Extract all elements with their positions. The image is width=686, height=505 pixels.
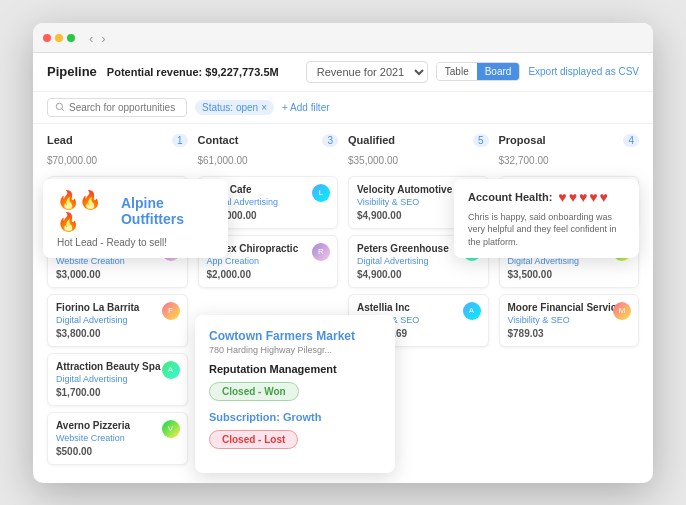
card-name: Attraction Beauty Spa <box>56 361 179 372</box>
avatar: M <box>613 302 631 320</box>
view-toggle: Table Board <box>436 62 521 81</box>
alpine-outfitters-tooltip: 🔥🔥🔥 Alpine Outfitters Hot Lead - Ready t… <box>43 179 228 258</box>
heart-icon: ♥ <box>569 189 577 205</box>
col-header-proposal: Proposal 4 <box>499 134 640 147</box>
status-filter-label: Status: open <box>202 102 258 113</box>
col-amount-contact: $61,000.00 <box>198 155 339 166</box>
card-amount: $4,900.00 <box>357 269 480 280</box>
revenue-select[interactable]: Revenue for 2021 <box>306 61 428 83</box>
browser-window: ‹ › Pipeline Potential revenue: $9,227,7… <box>33 23 653 483</box>
col-title-proposal: Proposal <box>499 134 546 146</box>
potential-revenue: Potential revenue: $9,227,773.5M <box>107 66 279 78</box>
card-service: Digital Advertising <box>56 315 179 325</box>
alpine-name: Alpine Outfitters <box>121 195 214 227</box>
cowtown-service1: Reputation Management <box>209 363 381 375</box>
cowtown-title: Cowtown Farmers Market <box>209 329 381 343</box>
avatar: A <box>162 361 180 379</box>
alpine-subtitle: Hot Lead - Ready to sell! <box>57 237 214 248</box>
forward-button[interactable]: › <box>99 31 107 46</box>
card-amount: $3,500.00 <box>508 269 631 280</box>
col-amount-lead: $70,000.00 <box>47 155 188 166</box>
remove-filter-button[interactable]: × <box>261 102 267 113</box>
filter-bar: Status: open × + Add filter <box>33 92 653 124</box>
tooltip-header: 🔥🔥🔥 Alpine Outfitters <box>57 189 214 233</box>
card-service: Digital Advertising <box>56 374 179 384</box>
browser-dots <box>43 34 75 42</box>
col-header-lead: Lead 1 <box>47 134 188 147</box>
potential-value: $9,227,773.5M <box>205 66 278 78</box>
card-name: Moore Financial Services <box>508 302 631 313</box>
col-amount-qualified: $35,000.00 <box>348 155 489 166</box>
avatar: A <box>463 302 481 320</box>
card-amount: $500.00 <box>56 446 179 457</box>
hearts-container: ♥ ♥ ♥ ♥ ♥ <box>558 189 608 205</box>
account-health-tooltip: Account Health: ♥ ♥ ♥ ♥ ♥ Chris is happy… <box>454 179 639 259</box>
back-button[interactable]: ‹ <box>87 31 95 46</box>
col-count-proposal: 4 <box>623 134 639 147</box>
heart-icon: ♥ <box>558 189 566 205</box>
card-amount: $1,700.00 <box>56 387 179 398</box>
search-icon <box>55 102 65 112</box>
col-count-qualified: 5 <box>473 134 489 147</box>
flame-icon: 🔥🔥🔥 <box>57 189 113 233</box>
toolbar-right: Revenue for 2021 Table Board Export disp… <box>306 61 639 83</box>
browser-chrome: ‹ › <box>33 23 653 53</box>
card-amount: $3,800.00 <box>56 328 179 339</box>
avatar: V <box>162 420 180 438</box>
col-amount-proposal: $32,700.00 <box>499 155 640 166</box>
health-title: Account Health: <box>468 191 552 203</box>
board-view-button[interactable]: Board <box>477 63 520 80</box>
avatar: F <box>162 302 180 320</box>
cowtown-address: 780 Harding Highway Pilesgr... <box>209 345 381 355</box>
card-name: Averno Pizzeria <box>56 420 179 431</box>
closed-won-badge: Closed - Won <box>209 382 299 401</box>
card-amount: $2,000.00 <box>207 269 330 280</box>
closed-lost-badge: Closed - Lost <box>209 430 298 449</box>
search-input[interactable] <box>69 102 179 113</box>
card-name: Fiorino La Barrita <box>56 302 179 313</box>
closed-won-label: Closed - Won <box>222 386 286 397</box>
card-name: Astellia Inc <box>357 302 480 313</box>
kanban-card[interactable]: Attraction Beauty Spa Digital Advertisin… <box>47 353 188 406</box>
add-filter-button[interactable]: + Add filter <box>282 102 330 113</box>
kanban-card[interactable]: Moore Financial Services Visibility & SE… <box>499 294 640 347</box>
avatar: R <box>312 243 330 261</box>
card-service: App Creation <box>207 256 330 266</box>
heart-icon: ♥ <box>579 189 587 205</box>
health-text: Chris is happy, said onboarding was very… <box>468 211 625 249</box>
close-dot[interactable] <box>43 34 51 42</box>
potential-label: Potential revenue: <box>107 66 202 78</box>
col-title-qualified: Qualified <box>348 134 395 146</box>
cowtown-subscription: Subscription: Growth <box>209 411 381 423</box>
card-amount: $3,000.00 <box>56 269 179 280</box>
health-header: Account Health: ♥ ♥ ♥ ♥ ♥ <box>468 189 625 205</box>
card-service: Website Creation <box>56 433 179 443</box>
table-view-button[interactable]: Table <box>437 63 477 80</box>
col-title-lead: Lead <box>47 134 73 146</box>
maximize-dot[interactable] <box>67 34 75 42</box>
minimize-dot[interactable] <box>55 34 63 42</box>
col-count-contact: 3 <box>322 134 338 147</box>
kanban-main: Pipeline Potential revenue: $9,227,773.5… <box>33 53 653 483</box>
col-header-contact: Contact 3 <box>198 134 339 147</box>
export-csv-link[interactable]: Export displayed as CSV <box>528 66 639 77</box>
browser-nav: ‹ › <box>87 31 108 46</box>
heart-icon: ♥ <box>589 189 597 205</box>
kanban-board: Lead 1 $70,000.00 T.K.J.M. Barbershop Vi… <box>33 124 653 483</box>
search-box <box>47 98 187 117</box>
pipeline-title: Pipeline <box>47 64 97 79</box>
kanban-card[interactable]: Fiorino La Barrita Digital Advertising $… <box>47 294 188 347</box>
kanban-card[interactable]: Averno Pizzeria Website Creation $500.00… <box>47 412 188 465</box>
heart-icon: ♥ <box>600 189 608 205</box>
toolbar: Pipeline Potential revenue: $9,227,773.5… <box>33 53 653 92</box>
card-service: Visibility & SEO <box>508 315 631 325</box>
status-filter-tag: Status: open × <box>195 100 274 115</box>
svg-line-1 <box>62 109 64 111</box>
card-amount: $789.03 <box>508 328 631 339</box>
col-count-lead: 1 <box>172 134 188 147</box>
col-title-contact: Contact <box>198 134 239 146</box>
closed-lost-label: Closed - Lost <box>222 434 285 445</box>
cowtown-popup: Cowtown Farmers Market 780 Harding Highw… <box>195 315 395 473</box>
col-header-qualified: Qualified 5 <box>348 134 489 147</box>
avatar: L <box>312 184 330 202</box>
